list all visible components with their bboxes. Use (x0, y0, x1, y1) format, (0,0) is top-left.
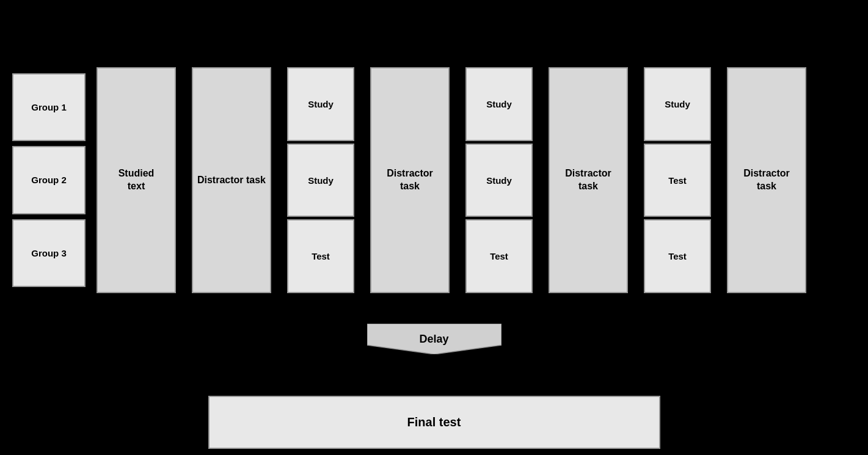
diagram-row: Group 1 Group 2 Group 3 Studiedtext Dist… (12, 67, 856, 293)
group-3-label: Group 3 (31, 248, 67, 258)
small-box-3-2: Test (644, 144, 711, 217)
small-box-1-1: Study (287, 67, 354, 141)
distractor-task-4: Distractortask (727, 67, 806, 293)
distractor-task-2: Distractortask (370, 67, 450, 293)
small-box-1-1-label: Study (308, 99, 334, 109)
small-box-2-2: Study (465, 144, 533, 217)
small-box-1-2: Study (287, 144, 354, 217)
small-box-2-1-label: Study (486, 99, 512, 109)
studied-text-label: Studiedtext (119, 167, 155, 193)
small-box-2-3: Test (465, 219, 533, 293)
small-box-3-1: Study (644, 67, 711, 141)
small-box-3-1-label: Study (665, 99, 690, 109)
small-box-2-3-label: Test (490, 251, 508, 261)
delay-area: Delay (367, 324, 501, 354)
small-box-2-2-label: Study (486, 175, 512, 186)
small-box-1-3: Test (287, 219, 354, 293)
distractor-task-1: Distractor task (192, 67, 271, 293)
group-1-box: Group 1 (12, 73, 86, 141)
groups-column: Group 1 Group 2 Group 3 (12, 67, 86, 293)
small-box-1-2-label: Study (308, 175, 334, 186)
distractor-task-3: Distractortask (549, 67, 628, 293)
small-box-3-3-label: Test (668, 251, 687, 261)
final-test-area: Final test (208, 396, 660, 449)
final-test-label: Final test (407, 415, 461, 429)
group-2-box: Group 2 (12, 146, 86, 214)
distractor-task-2-label: Distractortask (387, 167, 433, 193)
main-container: Group 1 Group 2 Group 3 Studiedtext Dist… (0, 0, 868, 455)
group-2-label: Group 2 (31, 175, 67, 185)
small-box-2-1: Study (465, 67, 533, 141)
group-1-label: Group 1 (31, 102, 67, 112)
small-col-2: Study Study Test (465, 67, 533, 293)
studied-text-block: Studiedtext (97, 67, 176, 293)
small-col-1: Study Study Test (287, 67, 354, 293)
group-3-box: Group 3 (12, 219, 86, 287)
delay-label: Delay (419, 333, 448, 346)
final-test-box: Final test (208, 396, 660, 449)
distractor-task-3-label: Distractortask (565, 167, 611, 193)
small-box-3-3: Test (644, 219, 711, 293)
distractor-task-1-label: Distractor task (197, 174, 266, 187)
small-box-3-2-label: Test (668, 175, 687, 186)
small-col-3: Study Test Test (644, 67, 711, 293)
small-box-1-3-label: Test (312, 251, 330, 261)
distractor-task-4-label: Distractortask (743, 167, 790, 193)
